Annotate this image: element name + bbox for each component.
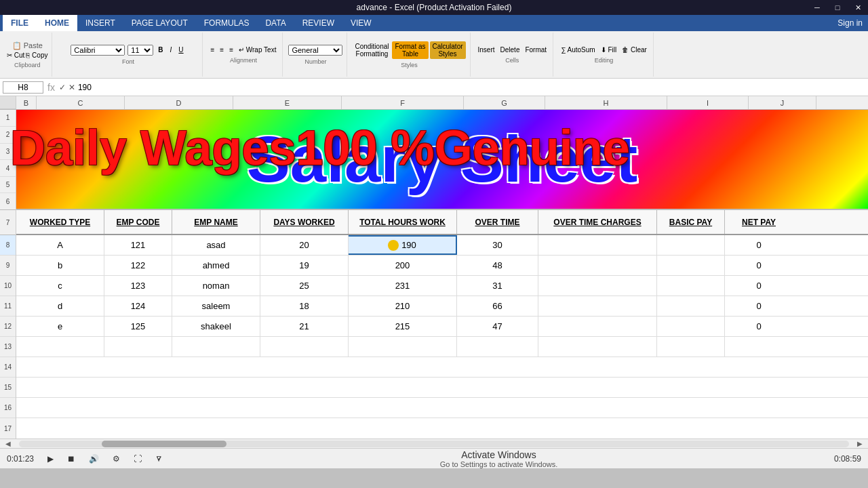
cell-8-net-pay[interactable]: 0 <box>725 235 793 255</box>
cell-10-net-pay[interactable]: 0 <box>725 276 793 296</box>
scrollbar-track[interactable] <box>19 441 849 447</box>
table-row-17[interactable] <box>16 418 868 439</box>
th-days-worked[interactable]: DAYS WORKED <box>260 210 349 234</box>
cell-8-emp-name[interactable]: asad <box>172 235 260 255</box>
tab-file[interactable]: FILE <box>3 15 37 31</box>
cell-11-emp-name[interactable]: saleem <box>172 296 260 316</box>
table-row-11[interactable]: d 124 saleem 18 210 66 0 <box>16 296 868 317</box>
tab-view[interactable]: VIEW <box>342 15 380 31</box>
cell-12-total-hours[interactable]: 215 <box>349 317 457 336</box>
align-right-btn[interactable]: ≡ <box>227 45 235 54</box>
cell-10-over-time[interactable]: 31 <box>457 276 538 296</box>
align-center-btn[interactable]: ≡ <box>218 45 226 54</box>
cell-12-over-time[interactable]: 47 <box>457 317 538 336</box>
font-family-select[interactable]: Calibri <box>71 45 125 56</box>
table-row-12[interactable]: e 125 shakeel 21 215 47 0 <box>16 317 868 337</box>
cell-11-over-time[interactable]: 66 <box>457 296 538 316</box>
stop-btn[interactable]: ⏹ <box>67 454 75 464</box>
italic-btn[interactable]: I <box>168 45 174 54</box>
cell-9-emp-name[interactable]: ahmed <box>172 256 260 275</box>
cell-12-worked-type[interactable]: e <box>16 317 104 336</box>
share-btn[interactable]: ⛛ <box>155 454 163 464</box>
table-row-14[interactable] <box>16 357 868 378</box>
scroll-right-btn[interactable]: ▶ <box>852 440 868 447</box>
fullscreen-btn[interactable]: ⛶ <box>134 454 142 464</box>
tab-review[interactable]: REVIEW <box>294 15 342 31</box>
tab-page-layout[interactable]: PAGE LAYOUT <box>123 15 196 31</box>
formula-input[interactable] <box>78 83 865 92</box>
formula-checkmark[interactable]: ✓ <box>59 83 66 92</box>
speaker-icon[interactable]: 🔊 <box>89 454 99 464</box>
number-format-select[interactable]: General <box>288 45 342 56</box>
cell-10-days-worked[interactable]: 25 <box>260 276 349 296</box>
table-row-13[interactable] <box>16 337 868 357</box>
cell-11-total-hours[interactable]: 210 <box>349 296 457 316</box>
copy-btn[interactable]: ⎘ Copy <box>26 52 47 59</box>
cell-10-emp-name[interactable]: noman <box>172 276 260 296</box>
cell-9-over-time-charges[interactable] <box>538 256 657 275</box>
th-net-pay[interactable]: NET PAY <box>725 210 793 234</box>
maximize-btn[interactable]: □ <box>827 0 848 15</box>
cell-9-days-worked[interactable]: 19 <box>260 256 349 275</box>
cell-10-over-time-charges[interactable] <box>538 276 657 296</box>
th-worked-type[interactable]: WORKED TYPE <box>16 210 104 234</box>
font-size-select[interactable]: 11 <box>127 45 153 56</box>
fill-btn[interactable]: ⬇ Fill <box>599 45 619 54</box>
tab-formulas[interactable]: FORMULAS <box>196 15 258 31</box>
th-over-time[interactable]: OVER TIME <box>457 210 538 234</box>
table-row-9[interactable]: b 122 ahmed 19 200 48 0 <box>16 256 868 276</box>
cut-btn[interactable]: ✂ Cut <box>7 52 24 59</box>
cell-9-basic-pay[interactable] <box>657 256 725 275</box>
close-btn[interactable]: ✕ <box>848 0 868 15</box>
cell-11-net-pay[interactable]: 0 <box>725 296 793 316</box>
cell-9-net-pay[interactable]: 0 <box>725 256 793 275</box>
insert-cells-btn[interactable]: Insert <box>476 45 497 54</box>
cell-10-total-hours[interactable]: 231 <box>349 276 457 296</box>
th-emp-name[interactable]: EMP NAME <box>172 210 260 234</box>
cell-11-emp-code[interactable]: 124 <box>104 296 172 316</box>
cell-11-worked-type[interactable]: d <box>16 296 104 316</box>
cell-12-days-worked[interactable]: 21 <box>260 317 349 336</box>
cell-12-emp-code[interactable]: 125 <box>104 317 172 336</box>
bold-btn[interactable]: B <box>156 45 165 54</box>
cell-11-basic-pay[interactable] <box>657 296 725 316</box>
table-row-10[interactable]: c 123 noman 25 231 31 0 <box>16 276 868 296</box>
autosum-btn[interactable]: ∑ AutoSum <box>559 45 597 54</box>
align-left-btn[interactable]: ≡ <box>208 45 216 54</box>
cell-12-over-time-charges[interactable] <box>538 317 657 336</box>
cell-9-worked-type[interactable]: b <box>16 256 104 275</box>
play-btn[interactable]: ▶ <box>47 454 54 464</box>
cell-12-net-pay[interactable]: 0 <box>725 317 793 336</box>
delete-cells-btn[interactable]: Delete <box>498 45 522 54</box>
cell-8-days-worked[interactable]: 20 <box>260 235 349 255</box>
table-row-8[interactable]: A 121 asad 20 190 30 0 <box>16 235 868 256</box>
formula-cancel[interactable]: ✕ <box>68 83 75 92</box>
cell-12-basic-pay[interactable] <box>657 317 725 336</box>
format-table-btn[interactable]: Format asTable <box>392 41 428 59</box>
underline-btn[interactable]: U <box>176 45 185 54</box>
th-basic-pay[interactable]: BASIC PAY <box>657 210 725 234</box>
format-cells-btn[interactable]: Format <box>523 45 549 54</box>
paste-btn[interactable]: 📋 Paste <box>12 41 43 50</box>
cell-11-days-worked[interactable]: 18 <box>260 296 349 316</box>
sign-in-link[interactable]: Sign in <box>837 18 868 28</box>
clear-btn[interactable]: 🗑 Clear <box>620 45 649 54</box>
cell-10-worked-type[interactable]: c <box>16 276 104 296</box>
cell-8-total-hours[interactable]: 190 <box>349 235 457 255</box>
table-row-15[interactable] <box>16 378 868 398</box>
cell-9-over-time[interactable]: 48 <box>457 256 538 275</box>
cell-8-over-time-charges[interactable] <box>538 235 657 255</box>
cell-9-emp-code[interactable]: 122 <box>104 256 172 275</box>
minimize-btn[interactable]: ─ <box>807 0 827 15</box>
cell-12-emp-name[interactable]: shakeel <box>172 317 260 336</box>
cell-11-over-time-charges[interactable] <box>538 296 657 316</box>
cell-8-over-time[interactable]: 30 <box>457 235 538 255</box>
cell-9-total-hours[interactable]: 200 <box>349 256 457 275</box>
scroll-left-btn[interactable]: ◀ <box>0 440 16 447</box>
th-emp-code[interactable]: EMP CODE <box>104 210 172 234</box>
cell-10-basic-pay[interactable] <box>657 276 725 296</box>
tab-insert[interactable]: INSERT <box>77 15 123 31</box>
cell-8-basic-pay[interactable] <box>657 235 725 255</box>
cell-8-emp-code[interactable]: 121 <box>104 235 172 255</box>
scrollbar-thumb[interactable] <box>102 441 226 447</box>
